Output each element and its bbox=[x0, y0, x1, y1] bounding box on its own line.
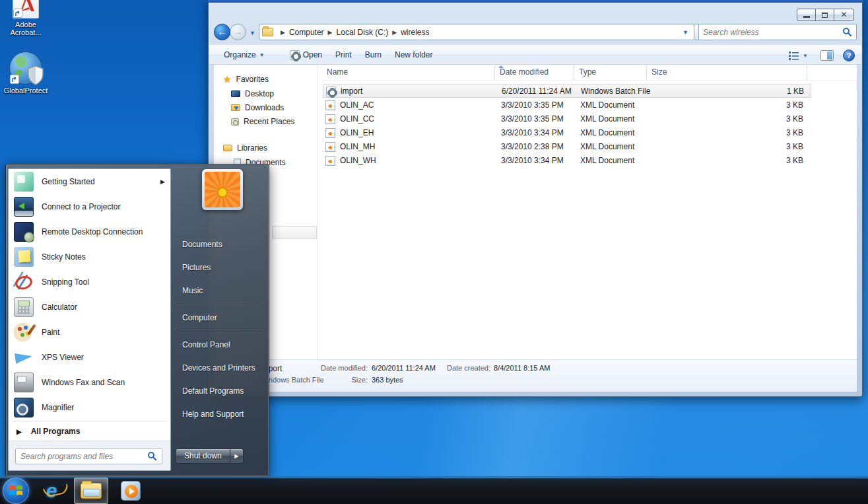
start-item-paint[interactable]: Paint bbox=[9, 320, 170, 345]
back-button[interactable]: ← bbox=[214, 24, 230, 40]
xps-viewer-icon bbox=[14, 347, 34, 367]
start-place-default-programs[interactable]: Default Programs bbox=[171, 380, 270, 403]
explorer-content: ★ Favorites Desktop Downloads Recent Pla… bbox=[214, 65, 857, 359]
nav-libraries[interactable]: Libraries bbox=[223, 141, 267, 155]
maximize-button[interactable] bbox=[815, 9, 834, 21]
preview-pane-button[interactable] bbox=[820, 50, 834, 61]
libraries-icon bbox=[223, 145, 232, 151]
organize-label: Organize bbox=[224, 50, 256, 59]
nav-desktop[interactable]: Desktop bbox=[231, 87, 274, 100]
nav-downloads[interactable]: Downloads bbox=[231, 101, 284, 114]
start-item-fax-and-scan[interactable]: Windows Fax and Scan bbox=[9, 370, 170, 395]
address-bar: ← → ▼ ▶ Computer ▶ Local Disk (C:) ▶ wir… bbox=[214, 24, 857, 40]
getting-started-icon bbox=[14, 172, 34, 192]
shutdown-button[interactable]: Shut down bbox=[176, 449, 230, 464]
desktop-icon-globalprotect[interactable]: GlobalProtect bbox=[0, 52, 51, 94]
start-place-control-panel[interactable]: Control Panel bbox=[171, 334, 270, 357]
pane-divider bbox=[317, 65, 318, 359]
desktop-icon-adobe-acrobat[interactable]: Adobe Acrobat... bbox=[0, 0, 51, 36]
command-toolbar: Organize ▼ Open Print Burn New folder ▼ … bbox=[209, 45, 861, 65]
star-icon: ★ bbox=[223, 74, 232, 85]
start-item-xps-viewer[interactable]: XPS Viewer bbox=[9, 345, 170, 370]
xml-file-icon bbox=[325, 142, 335, 152]
start-button[interactable] bbox=[3, 478, 29, 504]
start-item-snipping-tool[interactable]: Snipping Tool bbox=[9, 270, 170, 295]
calculator-icon bbox=[14, 297, 34, 317]
user-avatar[interactable] bbox=[202, 169, 243, 210]
file-row-olin-wh[interactable]: OLIN_WH 3/3/2010 3:34 PM XML Document 3 … bbox=[323, 154, 811, 168]
minimize-button[interactable] bbox=[797, 9, 816, 21]
explorer-window: ✕ ← → ▼ ▶ Computer ▶ Local Disk (C:) ▶ w… bbox=[208, 0, 863, 397]
all-programs-button[interactable]: ▶ All Programs bbox=[9, 422, 170, 441]
start-item-sticky-notes[interactable]: Sticky Notes bbox=[9, 244, 170, 270]
file-row-olin-eh[interactable]: OLIN_EH 3/3/2010 3:34 PM XML Document 3 … bbox=[323, 126, 811, 140]
nav-wireless-selected[interactable] bbox=[272, 226, 317, 239]
taskbar-windows-explorer[interactable] bbox=[74, 478, 108, 504]
close-button[interactable]: ✕ bbox=[834, 9, 854, 21]
adobe-acrobat-icon bbox=[13, 0, 39, 18]
header-type[interactable]: Type bbox=[579, 67, 596, 77]
nav-recent-places[interactable]: Recent Places bbox=[231, 115, 294, 128]
start-place-music[interactable]: Music bbox=[171, 279, 270, 303]
breadcrumb-arrow-icon: ▶ bbox=[324, 29, 337, 36]
start-search-input[interactable] bbox=[20, 452, 147, 461]
organize-button[interactable]: Organize ▼ bbox=[217, 47, 271, 63]
recent-pages-chevron[interactable]: ▼ bbox=[250, 30, 255, 36]
taskbar-internet-explorer[interactable]: e bbox=[34, 478, 69, 504]
search-box bbox=[698, 24, 857, 40]
open-button[interactable]: Open bbox=[283, 47, 329, 63]
start-search-box bbox=[15, 448, 162, 464]
desktop-icon-label: Adobe bbox=[0, 20, 51, 28]
nav-favorites[interactable]: ★ Favorites bbox=[223, 73, 269, 86]
forward-button[interactable]: → bbox=[230, 24, 246, 40]
file-row-import[interactable]: import 6/20/2011 11:24 AM Windows Batch … bbox=[323, 84, 811, 98]
start-item-magnifier[interactable]: Magnifier bbox=[9, 395, 170, 420]
taskbar-media-player[interactable] bbox=[114, 478, 148, 504]
address-dropdown-chevron[interactable]: ▼ bbox=[680, 29, 691, 36]
start-menu: Getting Started ▶ Connect to a Projector… bbox=[5, 164, 269, 477]
xml-file-icon bbox=[325, 114, 335, 124]
sticky-notes-icon bbox=[14, 247, 34, 267]
flower-picture bbox=[205, 172, 240, 207]
close-icon: ✕ bbox=[840, 10, 847, 19]
header-size[interactable]: Size bbox=[651, 67, 667, 77]
search-icon[interactable] bbox=[842, 27, 852, 37]
shutdown-options-arrow[interactable]: ▶ bbox=[230, 449, 244, 464]
breadcrumb-item-wireless[interactable]: wireless bbox=[401, 28, 429, 37]
search-input[interactable] bbox=[703, 28, 842, 37]
start-place-documents[interactable]: Documents bbox=[171, 233, 270, 256]
start-menu-programs: Getting Started ▶ Connect to a Projector… bbox=[8, 168, 171, 471]
header-date-modified[interactable]: Date modified bbox=[500, 67, 549, 77]
header-name[interactable]: Name bbox=[327, 67, 348, 77]
file-row-olin-ac[interactable]: OLIN_AC 3/3/2010 3:35 PM XML Document 3 … bbox=[323, 98, 811, 112]
details-pane: import Windows Batch File Date modified:… bbox=[214, 359, 857, 392]
search-icon bbox=[147, 451, 157, 461]
chevron-down-icon: ▼ bbox=[803, 53, 808, 59]
start-place-pictures[interactable]: Pictures bbox=[171, 256, 270, 279]
taskbar: e bbox=[0, 476, 868, 504]
batch-file-icon bbox=[326, 87, 336, 96]
start-place-devices-printers[interactable]: Devices and Printers bbox=[171, 357, 270, 380]
internet-explorer-icon: e bbox=[46, 480, 57, 502]
start-item-getting-started[interactable]: Getting Started ▶ bbox=[9, 169, 170, 194]
start-item-calculator[interactable]: Calculator bbox=[9, 295, 170, 320]
new-folder-button[interactable]: New folder bbox=[388, 47, 439, 63]
start-item-remote-desktop[interactable]: Remote Desktop Connection bbox=[9, 219, 170, 244]
xml-file-icon bbox=[325, 156, 335, 166]
folder-icon bbox=[262, 28, 273, 36]
breadcrumb-item-computer[interactable]: Computer bbox=[289, 28, 324, 37]
help-button[interactable]: ? bbox=[843, 50, 855, 61]
remote-desktop-icon bbox=[14, 222, 34, 242]
burn-button[interactable]: Burn bbox=[358, 47, 388, 63]
start-place-help-support[interactable]: Help and Support bbox=[171, 403, 270, 426]
breadcrumb-item-local-disk[interactable]: Local Disk (C:) bbox=[337, 28, 389, 37]
breadcrumb[interactable]: ▶ Computer ▶ Local Disk (C:) ▶ wireless … bbox=[259, 24, 694, 40]
print-button[interactable]: Print bbox=[329, 47, 358, 63]
file-row-olin-mh[interactable]: OLIN_MH 3/3/2010 2:38 PM XML Document 3 … bbox=[323, 140, 811, 154]
file-row-olin-cc[interactable]: OLIN_CC 3/3/2010 3:35 PM XML Document 3 … bbox=[323, 112, 811, 126]
change-view-button[interactable]: ▼ bbox=[785, 49, 811, 63]
start-item-connect-projector[interactable]: Connect to a Projector bbox=[9, 194, 170, 219]
start-place-computer[interactable]: Computer bbox=[171, 306, 270, 330]
breadcrumb-arrow-icon: ▶ bbox=[388, 29, 401, 36]
sort-ascending-icon bbox=[498, 65, 504, 68]
